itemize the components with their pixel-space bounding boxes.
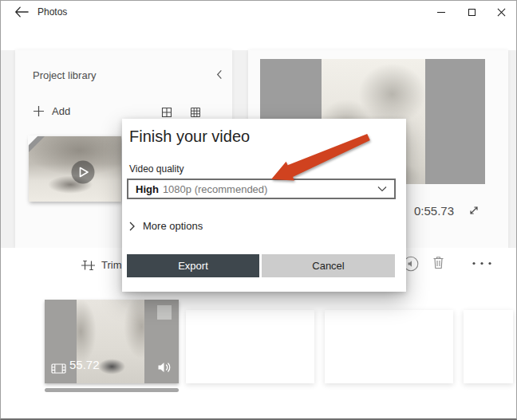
app-title: Photos bbox=[37, 6, 67, 18]
maximize-icon bbox=[468, 9, 476, 16]
export-button[interactable]: Export bbox=[127, 254, 259, 277]
clip-more-button[interactable] bbox=[472, 261, 492, 265]
chevron-down-icon bbox=[377, 186, 387, 192]
ellipsis-icon bbox=[472, 261, 492, 265]
storyboard-empty-slot bbox=[464, 310, 513, 383]
preview-letterbox-right bbox=[425, 59, 485, 184]
storyboard-empty-slot bbox=[325, 310, 453, 383]
chevron-right-icon bbox=[129, 222, 135, 231]
fullscreen-button[interactable] bbox=[468, 205, 480, 216]
expand-icon bbox=[468, 205, 480, 216]
photos-app-window: Photos Video Editor New smaller video bbox=[0, 0, 517, 420]
filmstrip-icon bbox=[51, 363, 66, 375]
delete-clip-button[interactable] bbox=[432, 256, 444, 269]
clip-selected-checkbox[interactable] bbox=[157, 305, 172, 320]
quality-value-secondary: 1080p (recommended) bbox=[163, 183, 268, 195]
clip-duration: 55.72 bbox=[69, 358, 100, 371]
minimize-icon bbox=[437, 12, 445, 13]
project-library-title: Project library bbox=[33, 69, 96, 81]
video-quality-label: Video quality bbox=[129, 163, 184, 175]
quality-value-primary: High bbox=[136, 183, 159, 195]
more-options-toggle[interactable]: More options bbox=[129, 220, 203, 232]
video-quality-dropdown[interactable]: High 1080p (recommended) bbox=[127, 179, 396, 199]
grid-small-view-button[interactable] bbox=[160, 106, 173, 119]
speaker-icon bbox=[157, 361, 172, 374]
add-label: Add bbox=[52, 105, 70, 117]
playback-time: 0:55.73 bbox=[414, 204, 454, 218]
command-bar: Video Editor New smaller video Finish vi… bbox=[1, 23, 516, 50]
grid-2x2-icon bbox=[160, 106, 173, 119]
title-bar: Photos bbox=[1, 1, 516, 23]
thumbnail-corner-cut bbox=[28, 135, 38, 146]
timeline-clip[interactable]: 55.72 bbox=[45, 300, 179, 383]
library-video-thumbnail[interactable] bbox=[29, 136, 121, 202]
minimize-button[interactable] bbox=[426, 1, 456, 23]
dialog-title: Finish your video bbox=[129, 128, 250, 146]
more-options-label: More options bbox=[143, 220, 203, 232]
plus-icon bbox=[33, 105, 45, 117]
trim-icon bbox=[81, 260, 96, 271]
close-button[interactable] bbox=[487, 1, 516, 23]
trim-button[interactable]: Trim bbox=[81, 259, 122, 271]
storyboard-empty-slot bbox=[186, 310, 314, 383]
timeline-scrollbar[interactable] bbox=[45, 388, 179, 392]
back-arrow-icon bbox=[14, 6, 29, 18]
finish-video-dialog: Finish your video Video quality High 108… bbox=[122, 119, 406, 292]
cancel-button[interactable]: Cancel bbox=[262, 254, 395, 277]
chevron-left-icon bbox=[216, 69, 223, 80]
play-icon[interactable] bbox=[70, 159, 96, 185]
collapse-library-button[interactable] bbox=[216, 69, 223, 80]
grid-large-view-button[interactable] bbox=[189, 106, 202, 119]
trim-label: Trim bbox=[101, 259, 122, 271]
maximize-button[interactable] bbox=[456, 1, 487, 23]
back-button[interactable] bbox=[12, 4, 31, 20]
close-icon bbox=[497, 8, 506, 17]
add-media-button[interactable]: Add bbox=[33, 105, 70, 117]
trash-icon bbox=[432, 256, 444, 269]
grid-3x3-icon bbox=[189, 106, 202, 119]
